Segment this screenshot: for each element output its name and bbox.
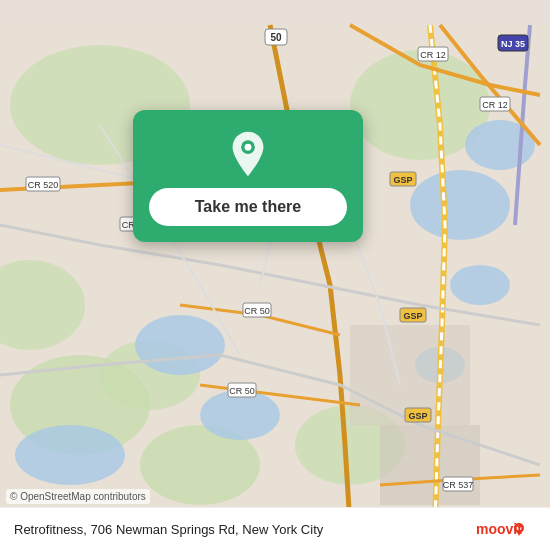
svg-text:CR 50: CR 50: [244, 306, 270, 316]
svg-rect-16: [380, 425, 480, 505]
location-pin-icon: [224, 130, 272, 178]
bottom-bar: Retrofitness, 706 Newman Springs Rd, New…: [0, 507, 550, 550]
location-label: Retrofitness, 706 Newman Springs Rd, New…: [14, 522, 476, 537]
moovit-logo: moovit: [476, 518, 536, 540]
map-container: 50 NJ 35 CR 12 CR 12 GSP GSP GSP CR 520 …: [0, 0, 550, 550]
navigation-card: Take me there: [133, 110, 363, 242]
svg-text:GSP: GSP: [403, 311, 422, 321]
svg-text:GSP: GSP: [393, 175, 412, 185]
svg-text:moovit: moovit: [476, 521, 522, 537]
svg-text:CR 520: CR 520: [28, 180, 59, 190]
svg-text:CR 537: CR 537: [443, 480, 474, 490]
copyright-text: © OpenStreetMap contributors: [6, 489, 150, 504]
svg-text:CR 50: CR 50: [229, 386, 255, 396]
map-background: 50 NJ 35 CR 12 CR 12 GSP GSP GSP CR 520 …: [0, 0, 550, 550]
svg-point-42: [245, 144, 252, 151]
svg-point-8: [135, 315, 225, 375]
svg-point-9: [410, 170, 510, 240]
svg-text:NJ 35: NJ 35: [501, 39, 525, 49]
svg-text:CR 12: CR 12: [482, 100, 508, 110]
svg-point-13: [15, 425, 125, 485]
take-me-there-button[interactable]: Take me there: [149, 188, 347, 226]
svg-point-11: [450, 265, 510, 305]
svg-text:GSP: GSP: [408, 411, 427, 421]
svg-text:50: 50: [270, 32, 282, 43]
svg-text:CR 12: CR 12: [420, 50, 446, 60]
